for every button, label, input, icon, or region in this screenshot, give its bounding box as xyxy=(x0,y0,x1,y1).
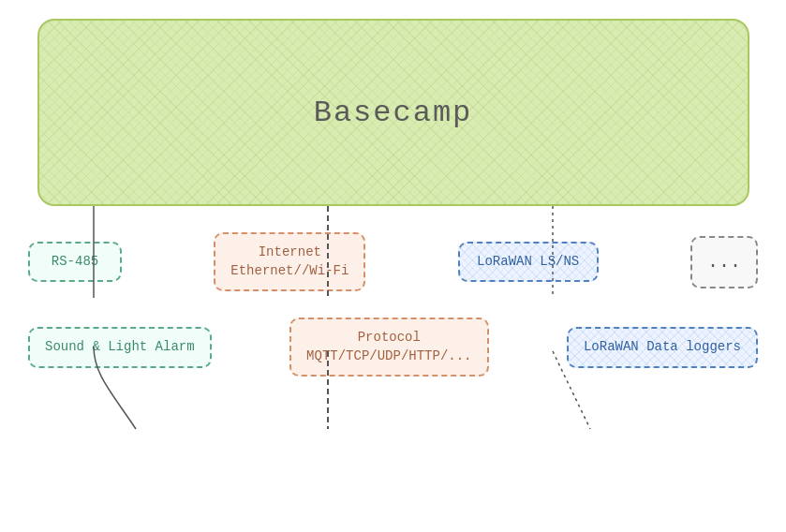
node-lorawan-ns: LoRaWAN LS/NS xyxy=(458,242,599,283)
bottom-row: Sound & Light Alarm ProtocolMQTT/TCP/UDP… xyxy=(19,318,767,377)
node-rs485: RS-485 xyxy=(28,242,122,283)
internet-label: InternetEthernet//Wi-Fi xyxy=(230,244,349,278)
sound-alarm-label: Sound & Light Alarm xyxy=(45,339,195,354)
basecamp-label: Basecamp xyxy=(314,96,473,130)
node-dots: ... xyxy=(690,236,758,288)
middle-row: RS-485 InternetEthernet//Wi-Fi LoRaWAN L… xyxy=(19,232,767,291)
rs485-label: RS-485 xyxy=(52,254,98,269)
dots-label: ... xyxy=(707,251,741,273)
node-lorawan-dl: LoRaWAN Data loggers xyxy=(567,327,758,368)
node-protocol: ProtocolMQTT/TCP/UDP/HTTP/... xyxy=(289,318,488,377)
lorawan-dl-label: LoRaWAN Data loggers xyxy=(584,339,741,354)
node-sound-alarm: Sound & Light Alarm xyxy=(28,327,212,368)
basecamp-box: Basecamp xyxy=(37,19,749,206)
lorawan-ns-label: LoRaWAN LS/NS xyxy=(477,254,579,269)
protocol-label: ProtocolMQTT/TCP/UDP/HTTP/... xyxy=(306,330,471,363)
diagram-container: Basecamp RS-485 InternetEthernet//Wi-Fi … xyxy=(0,0,786,532)
node-internet: InternetEthernet//Wi-Fi xyxy=(214,232,365,291)
